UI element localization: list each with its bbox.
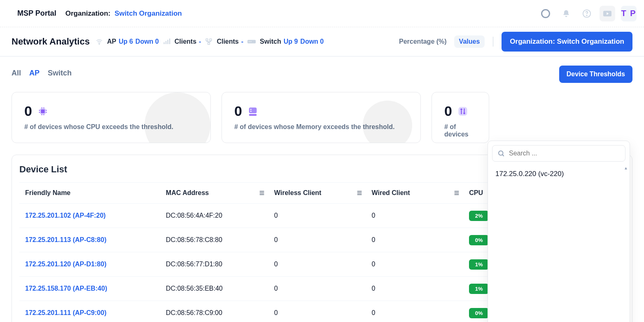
device-type-tabs: All AP Switch Device Thresholds [12,66,632,83]
switch-label: Switch [260,38,281,45]
video-button[interactable] [600,6,615,21]
status-bar: Network Analytics AP Up 6 Down 0 Clients… [0,27,644,56]
page-title: Network Analytics [12,36,90,47]
help-button[interactable] [579,6,595,21]
svg-point-23 [460,108,462,110]
svg-point-14 [499,151,503,155]
top-bar: MSP Portal Organization: Switch Organiza… [0,0,644,27]
organization-button[interactable]: Organization: Switch Organization [502,32,632,52]
cpu-badge: 1% [469,259,489,270]
wired-clients-link[interactable]: - [241,38,243,45]
svg-rect-6 [167,40,168,45]
sliders-icon [457,106,469,117]
svg-rect-5 [166,41,166,45]
svg-point-25 [463,112,465,114]
tab-switch[interactable]: Switch [48,69,72,80]
hamburger-icon[interactable] [356,190,363,196]
col-mac[interactable]: MAC Address [160,183,268,204]
tab-all[interactable]: All [12,69,21,80]
svg-rect-7 [169,39,170,45]
wifi-icon [96,38,103,45]
wired-clients-label: Clients [217,38,238,45]
switch-up-link[interactable]: Up 9 [284,38,298,45]
device-link[interactable]: 172.25.201.102 (AP-4F:20) [25,212,106,219]
wired-clients-status: Clients - [217,38,243,45]
cell-wireless: 0 [268,228,366,252]
cell-mac: DC:08:56:35:EB:40 [160,277,268,301]
device-link[interactable]: 172.25.201.111 (AP-C9:00) [25,309,106,316]
svg-rect-26 [464,108,464,112]
cpu-badge: 2% [469,211,489,221]
cell-wired: 0 [366,228,464,252]
user-avatar[interactable]: T P [621,6,637,21]
popover-search-row[interactable] [492,145,625,162]
col-wireless[interactable]: Wireless Client [268,183,366,204]
svg-rect-11 [247,40,256,43]
view-toggle: Percentage (%) Values [399,35,485,48]
hamburger-icon[interactable] [259,190,265,196]
svg-point-21 [250,110,252,112]
popover-scrollbar[interactable]: ▲ ▼ [623,166,628,322]
wireless-clients-label: Clients [175,38,196,45]
col-wired[interactable]: Wired Client [366,183,464,204]
device-thresholds-button[interactable]: Device Thresholds [559,66,632,83]
svg-rect-19 [249,114,257,116]
col-friendly-name[interactable]: Friendly Name [19,183,160,204]
cell-wired: 0 [366,204,464,228]
switch-icon [247,39,256,45]
toggle-percentage[interactable]: Percentage (%) [399,38,447,45]
toggle-values[interactable]: Values [454,35,485,48]
ap-down-link[interactable]: Down 0 [135,38,159,45]
third-card-desc: # of devices [444,123,476,138]
ap-status: AP Up 6 Down 0 [107,38,159,45]
video-icon [603,11,611,16]
popover-search-input[interactable] [509,150,620,157]
svg-rect-16 [41,110,44,113]
ap-up-link[interactable]: Up 6 [119,38,133,45]
third-threshold-card: 0 # of devices [432,92,489,143]
notifications-button[interactable] [558,6,574,21]
cell-mac: DC:08:56:78:C8:80 [160,228,268,252]
cell-name: 172.25.201.111 (AP-C9:00) [19,301,160,322]
cell-mac: DC:08:56:77:D1:80 [160,252,268,277]
switch-down-link[interactable]: Down 0 [300,38,324,45]
device-link[interactable]: 172.25.201.120 (AP-D1:80) [25,261,106,268]
cpu-card-value: 0 [24,103,32,119]
cell-name: 172.25.201.102 (AP-4F:20) [19,204,160,228]
search-button[interactable] [538,6,553,21]
svg-rect-9 [210,39,212,41]
memory-icon [247,106,259,117]
main-content: All AP Switch Device Thresholds 172.25.0… [0,56,644,322]
wireless-clients-link[interactable]: - [199,38,201,45]
cell-wired: 0 [366,277,464,301]
help-icon [582,9,591,18]
svg-rect-8 [206,39,208,41]
org-label: Organization: [65,9,111,18]
stat-cards: 0 # of devices whose CPU exceeds the thr… [12,92,632,143]
svg-rect-24 [461,110,462,114]
cpu-icon [37,106,49,117]
cell-name: 172.25.201.113 (AP-C8:80) [19,228,160,252]
popover-option[interactable]: 172.25.0.220 (vc-220) [492,162,625,322]
cell-mac: DC:08:56:4A:4F:20 [160,204,268,228]
cell-wireless: 0 [268,301,366,322]
svg-point-12 [249,41,250,42]
ap-label: AP [107,38,116,45]
svg-rect-18 [249,107,257,113]
divider [493,37,493,47]
device-link[interactable]: 172.25.201.113 (AP-C8:80) [25,236,106,243]
memory-threshold-card: 0 # of devices whose Memory exceeds the … [222,92,421,143]
memory-card-value: 0 [234,103,242,119]
third-card-value: 0 [444,103,452,119]
device-link[interactable]: 172.25.158.170 (AP-EB:40) [25,285,107,292]
switch-organization-link[interactable]: Switch Organization [114,9,182,18]
cell-mac: DC:08:56:78:C9:00 [160,301,268,322]
svg-point-13 [250,41,251,42]
cell-wireless: 0 [268,252,366,277]
cpu-threshold-card: 0 # of devices whose CPU exceeds the thr… [12,92,211,143]
hamburger-icon[interactable] [453,190,460,196]
tab-ap[interactable]: AP [29,69,40,80]
svg-rect-22 [458,107,467,115]
cpu-badge: 0% [469,308,489,318]
network-icon [205,38,212,45]
